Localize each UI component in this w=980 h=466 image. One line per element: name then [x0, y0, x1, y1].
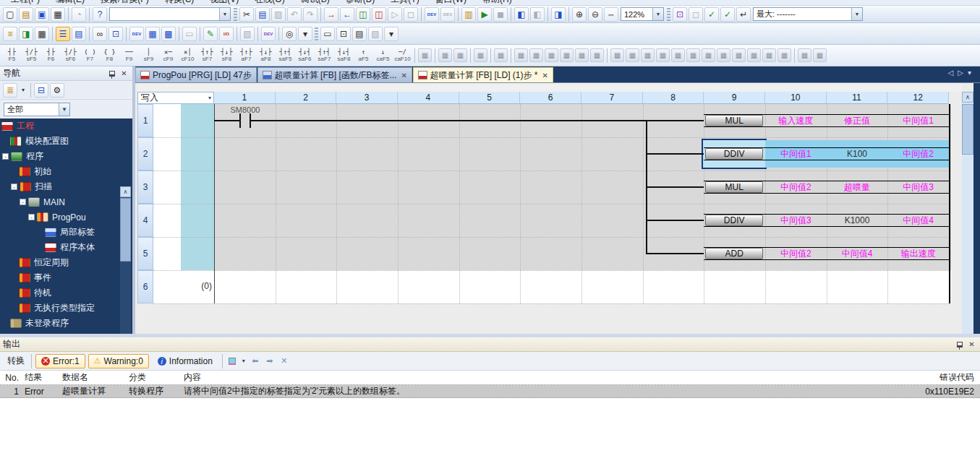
- save-icon[interactable]: ▣: [35, 7, 49, 22]
- chevron-down-icon[interactable]: ▾: [240, 355, 247, 368]
- quick-search-combo[interactable]: ▼: [109, 7, 231, 21]
- monitor-start-icon[interactable]: ▷: [388, 7, 402, 22]
- io-check-icon[interactable]: I/O: [219, 27, 234, 41]
- tab-close-icon[interactable]: ✕: [401, 72, 406, 79]
- instruction-block-DDIV[interactable]: DDIV: [705, 215, 763, 226]
- rising-pulse-close-key[interactable]: ┤↑┤saF5: [276, 46, 295, 65]
- vertical-line-key[interactable]: │sF9: [139, 46, 158, 65]
- batch-edit-icon[interactable]: ▦: [777, 48, 791, 62]
- menu-b[interactable]: 调试(B): [293, 0, 338, 6]
- operand-中间值3[interactable]: 中间值3: [765, 214, 827, 227]
- chevron-down-icon[interactable]: ▼: [652, 8, 663, 20]
- redo-icon[interactable]: ↷: [303, 7, 318, 22]
- jump-previous-icon[interactable]: ⬅: [249, 355, 262, 368]
- device-monitor-icon[interactable]: DEV: [261, 27, 276, 41]
- device-comment-icon[interactable]: ▦: [671, 48, 685, 62]
- copy-icon[interactable]: ▤: [255, 7, 270, 22]
- menu-o[interactable]: 在线(O): [247, 0, 292, 6]
- rising-pulse-branch-key[interactable]: ┤↑├aF7: [237, 46, 256, 65]
- vertical-scrollbar[interactable]: ∧: [962, 92, 973, 334]
- user-circuit-icon[interactable]: ▦: [438, 48, 452, 62]
- jump-back-icon[interactable]: ▦: [656, 48, 670, 62]
- check-parameter-icon[interactable]: ✓: [704, 7, 719, 22]
- device-list-icon[interactable]: ▦: [145, 27, 160, 41]
- invert-rising-key[interactable]: ↑aF5: [354, 46, 373, 65]
- tree-item-初始[interactable]: 初始: [0, 164, 132, 179]
- device-search-icon[interactable]: ◎: [282, 27, 297, 41]
- row-number-4[interactable]: 4: [137, 204, 153, 237]
- scroll-thumb[interactable]: [962, 104, 973, 155]
- open-file-icon[interactable]: ▤: [19, 7, 33, 22]
- device-replace-icon[interactable]: ▦: [686, 48, 700, 62]
- menu-h[interactable]: 帮助(H): [474, 0, 520, 6]
- tree-item-局部标签[interactable]: 局部标签: [0, 225, 132, 240]
- delete-row-icon[interactable]: ▦: [717, 48, 730, 62]
- device-batch-icon[interactable]: ▩: [161, 27, 176, 41]
- clear-output-icon[interactable]: ✕: [278, 355, 291, 368]
- operand-输入速度[interactable]: 输入速度: [765, 114, 827, 127]
- write-to-plc-icon[interactable]: →: [324, 7, 338, 22]
- nav-sort-icon[interactable]: ⊟: [34, 83, 48, 98]
- undo-icon[interactable]: ↶: [287, 7, 302, 22]
- align-statement-icon[interactable]: ▦: [732, 48, 746, 62]
- device-display-off-icon[interactable]: DEV: [440, 7, 455, 22]
- menu-d[interactable]: 诊断(D): [338, 0, 383, 6]
- watch-start-icon[interactable]: ▶: [477, 7, 492, 22]
- scroll-up-icon[interactable]: ∧: [962, 92, 973, 103]
- scroll-thumb[interactable]: [120, 198, 131, 262]
- invert-result-key[interactable]: ─/caF10: [393, 46, 412, 65]
- wire-insert-icon[interactable]: ▦: [610, 48, 624, 62]
- rising-pulse-key[interactable]: ┤↑├sF7: [197, 46, 217, 65]
- menu-w[interactable]: 窗口(W): [427, 0, 474, 6]
- row-number-2[interactable]: 2: [137, 137, 153, 171]
- monitor-window-icon[interactable]: ◧: [514, 7, 529, 22]
- falling-pulse-close-key[interactable]: ┤↓┤saF6: [295, 46, 315, 65]
- row-number-5[interactable]: 5: [137, 237, 153, 270]
- tree-item-未登录程序[interactable]: 未登录程序: [0, 316, 132, 331]
- find-icon[interactable]: ∞: [93, 27, 107, 41]
- tree-item-待机[interactable]: 待机: [0, 285, 132, 301]
- gear-icon[interactable]: ⚙: [50, 83, 64, 98]
- open-contact-key[interactable]: ┤├F5: [2, 46, 22, 65]
- edit-check-icon[interactable]: ▦: [762, 48, 776, 62]
- new-file-icon[interactable]: ▢: [3, 7, 17, 22]
- operand-中间值4[interactable]: 中间值4: [827, 247, 888, 260]
- document-tab-3[interactable]: 超喂量计算 [FB] [LD] (1)步 *✕: [413, 67, 553, 82]
- convert-tab[interactable]: 转换: [3, 354, 29, 368]
- pin-icon[interactable]: [954, 340, 965, 350]
- zoom-in-icon[interactable]: ⊕: [572, 7, 587, 22]
- tab-close-icon[interactable]: ✕: [542, 72, 548, 79]
- chevron-down-icon[interactable]: ▾: [19, 83, 27, 98]
- tab-menu-icon[interactable]: ▾: [968, 69, 971, 77]
- navigation-window-icon[interactable]: ≡: [3, 27, 17, 41]
- ladder-view-icon[interactable]: ☰: [56, 27, 70, 41]
- device-find-icon[interactable]: DEV: [129, 27, 144, 41]
- label-editor-icon[interactable]: ✎: [203, 27, 218, 41]
- tab-scroll-right-icon[interactable]: ▷: [958, 69, 963, 77]
- fb-paste-icon[interactable]: ▦: [453, 48, 467, 62]
- nav-display-target-icon[interactable]: ≣: [3, 83, 17, 98]
- operand-超喂量[interactable]: 超喂量: [827, 181, 888, 194]
- row-number-6[interactable]: 6: [137, 270, 153, 303]
- contact-device-label[interactable]: SM8000: [216, 105, 274, 114]
- statement-display-icon[interactable]: ▭: [320, 27, 335, 41]
- tree-expander-icon[interactable]: -: [2, 153, 9, 160]
- operand-K1000[interactable]: K1000: [827, 214, 888, 227]
- menu-e[interactable]: 编辑(E): [48, 0, 93, 6]
- toolbar-overflow-icon[interactable]: ▾: [298, 27, 312, 41]
- output-error-row[interactable]: 1Error超喂量计算转换程序请将中间值2中指定的标签指定为'2'元素以上的数组…: [0, 385, 980, 398]
- menu-p[interactable]: 工程(P): [3, 0, 48, 6]
- pin-icon[interactable]: [106, 69, 117, 79]
- operand-输出速度[interactable]: 输出速度: [887, 247, 949, 260]
- instruction-block-MUL[interactable]: MUL: [705, 115, 763, 126]
- return-icon[interactable]: ↵: [736, 7, 751, 22]
- fb-change-icon[interactable]: ▦: [813, 48, 827, 62]
- error-filter-button[interactable]: ✕ Error:1: [35, 354, 85, 368]
- operand-中间值1[interactable]: 中间值1: [765, 147, 827, 160]
- information-filter-button[interactable]: i Information: [152, 354, 218, 368]
- chevron-down-icon[interactable]: ▾: [208, 95, 213, 101]
- paste-icon[interactable]: ▨: [271, 7, 286, 22]
- search-circuit-icon[interactable]: ▦: [545, 48, 558, 62]
- delete-vertical-line-key[interactable]: ✕│cF10: [178, 46, 197, 65]
- tree-item-模块配置图[interactable]: 模块配置图: [0, 134, 132, 149]
